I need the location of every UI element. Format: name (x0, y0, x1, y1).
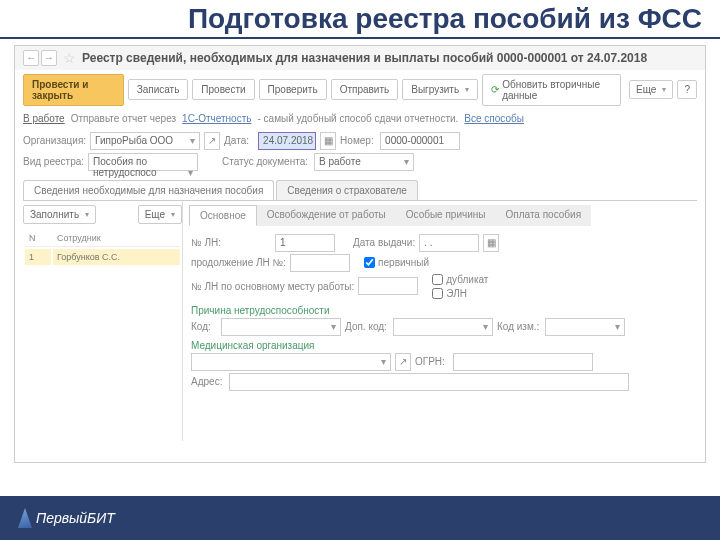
addr-input[interactable] (229, 373, 629, 391)
nav-back-button[interactable]: ← (23, 50, 39, 66)
header-form: Организация: ГипроРыба ООО ↗ Дата: 24.07… (15, 127, 705, 176)
content-split: Заполнить Еще NСотрудник 1Горбунков С.С.… (23, 201, 697, 441)
addcode-label: Доп. код: (345, 321, 389, 332)
org-open-button[interactable]: ↗ (204, 132, 220, 150)
kind-label: Вид реестра: (23, 156, 84, 167)
cont-ln-label: продолжение ЛН №: (191, 257, 286, 268)
post-close-button[interactable]: Провести и закрыть (23, 74, 124, 106)
logo-icon (18, 508, 32, 528)
hint-suffix: - самый удобный способ сдачи отчетности. (257, 113, 458, 124)
subtab-special[interactable]: Особые причины (396, 205, 496, 226)
tab-benefit-info[interactable]: Сведения необходимые для назначения посо… (23, 180, 274, 200)
org-label: Организация: (23, 135, 86, 146)
main-ln-input[interactable] (358, 277, 418, 295)
window-header: ← → ☆ Реестр сведений, необходимых для н… (15, 46, 705, 70)
issue-date-input[interactable]: . . (419, 234, 479, 252)
date-label: Дата: (224, 135, 254, 146)
status-link[interactable]: В работе (23, 113, 65, 124)
doc-status-label: Статус документа: (222, 156, 310, 167)
issue-calendar-icon[interactable]: ▦ (483, 234, 499, 252)
brand-name: ПервыйБИТ (36, 510, 115, 526)
chk-duplicate[interactable]: дубликат (432, 274, 488, 285)
subtab-main[interactable]: Основное (189, 205, 257, 226)
chk-primary[interactable]: первичный (364, 257, 429, 268)
ogrn-input[interactable] (453, 353, 593, 371)
main-toolbar: Провести и закрыть Записать Провести Про… (15, 70, 705, 110)
subtab-release[interactable]: Освобождение от работы (257, 205, 396, 226)
detail-pane: Основное Освобождение от работы Особые п… (183, 201, 697, 441)
send-button[interactable]: Отправить (331, 79, 399, 100)
addcode-input[interactable] (393, 318, 493, 336)
footer-bar: ПервыйБИТ (0, 496, 720, 540)
employee-pane: Заполнить Еще NСотрудник 1Горбунков С.С. (23, 201, 183, 441)
detail-form: № ЛН: 1 Дата выдачи: . . ▦ продолжение Л… (189, 226, 697, 399)
fill-button[interactable]: Заполнить (23, 205, 96, 224)
all-ways-link[interactable]: Все способы (464, 113, 524, 124)
issue-date-label: Дата выдачи: (353, 237, 415, 248)
reason-section-head: Причина нетрудоспособности (191, 305, 695, 316)
chgcode-input[interactable] (545, 318, 625, 336)
check-button[interactable]: Проверить (259, 79, 327, 100)
refresh-icon: ⟳ (491, 84, 499, 95)
tab-insurer-info[interactable]: Сведения о страхователе (276, 180, 418, 200)
main-tabs: Сведения необходимые для назначения посо… (23, 180, 697, 201)
nav-fwd-button[interactable]: → (41, 50, 57, 66)
ln-no-label: № ЛН: (191, 237, 271, 248)
write-button[interactable]: Записать (128, 79, 189, 100)
table-row[interactable]: 1Горбунков С.С. (25, 249, 180, 265)
more-button[interactable]: Еще (629, 80, 673, 99)
num-input[interactable]: 0000-000001 (380, 132, 460, 150)
org-input[interactable]: ГипроРыба ООО (90, 132, 200, 150)
chgcode-label: Код изм.: (497, 321, 541, 332)
window-title: Реестр сведений, необходимых для назначе… (82, 51, 647, 65)
favorite-star-icon[interactable]: ☆ (63, 50, 76, 66)
num-label: Номер: (340, 135, 376, 146)
code-input[interactable] (221, 318, 341, 336)
main-ln-label: № ЛН по основному месту работы: (191, 281, 354, 292)
subtab-payment[interactable]: Оплата пособия (496, 205, 592, 226)
addr-label: Адрес: (191, 376, 225, 387)
refresh-button[interactable]: ⟳Обновить вторичные данные (482, 74, 621, 106)
calendar-icon[interactable]: ▦ (320, 132, 336, 150)
ogrn-label: ОГРН: (415, 356, 449, 367)
status-info-row: В работе Отправьте отчет через 1С-Отчетн… (15, 110, 705, 127)
app-window: ← → ☆ Реестр сведений, необходимых для н… (14, 45, 706, 463)
medorg-open-button[interactable]: ↗ (395, 353, 411, 371)
col-n: N (25, 230, 51, 247)
post-button[interactable]: Провести (192, 79, 254, 100)
employee-table: NСотрудник 1Горбунков С.С. (23, 228, 182, 267)
reporting-link[interactable]: 1С-Отчетность (182, 113, 251, 124)
chk-eln[interactable]: ЭЛН (432, 288, 488, 299)
left-more-button[interactable]: Еще (138, 205, 182, 224)
cont-ln-input[interactable] (290, 254, 350, 272)
date-input[interactable]: 24.07.2018 (258, 132, 316, 150)
doc-status-input[interactable]: В работе (314, 153, 414, 171)
export-button[interactable]: Выгрузить (402, 79, 478, 100)
detail-subtabs: Основное Освобождение от работы Особые п… (189, 205, 697, 226)
slide-title: Подготовка реестра пособий из ФСС (0, 0, 720, 39)
ln-no-input[interactable]: 1 (275, 234, 335, 252)
code-label: Код: (191, 321, 217, 332)
kind-input[interactable]: Пособия по нетрудоспосо (88, 153, 198, 171)
brand-logo: ПервыйБИТ (18, 508, 115, 528)
col-employee: Сотрудник (53, 230, 180, 247)
medorg-section-head: Медицинская организация (191, 340, 695, 351)
help-button[interactable]: ? (677, 80, 697, 99)
medorg-input[interactable] (191, 353, 391, 371)
hint-text: Отправьте отчет через (71, 113, 176, 124)
